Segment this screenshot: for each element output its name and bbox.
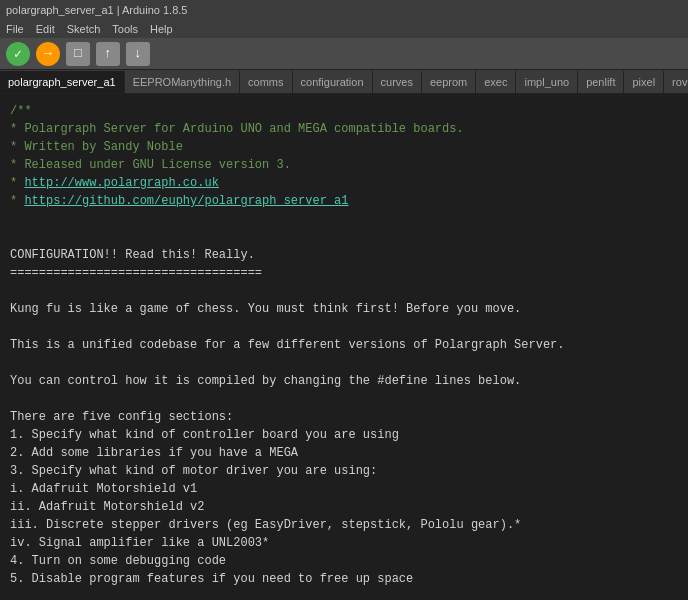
- upload-button[interactable]: →: [36, 42, 60, 66]
- tab-comms[interactable]: comms: [240, 71, 292, 93]
- code-line: iii. Discrete stepper drivers (eg EasyDr…: [10, 516, 678, 534]
- code-line: * Polargraph Server for Arduino UNO and …: [10, 120, 678, 138]
- tab-configuration[interactable]: configuration: [293, 71, 373, 93]
- code-line: You can control how it is compiled by ch…: [10, 372, 678, 390]
- tab-polargraph-server-a1[interactable]: polargraph_server_a1: [0, 71, 125, 93]
- blank-line: [10, 354, 678, 372]
- code-line: There are five config sections:: [10, 408, 678, 426]
- menu-item-sketch[interactable]: Sketch: [67, 23, 101, 35]
- tab-rove[interactable]: rove: [664, 71, 688, 93]
- tab-curves[interactable]: curves: [373, 71, 422, 93]
- code-line: /**: [10, 102, 678, 120]
- toolbar: ✓→□↑↓: [0, 38, 688, 70]
- save-button[interactable]: ↓: [126, 42, 150, 66]
- code-editor: /** * Polargraph Server for Arduino UNO …: [0, 94, 688, 600]
- new-button[interactable]: □: [66, 42, 90, 66]
- code-line: * Written by Sandy Noble: [10, 138, 678, 156]
- verify-button[interactable]: ✓: [6, 42, 30, 66]
- title-bar: polargraph_server_a1 | Arduino 1.8.5: [0, 0, 688, 20]
- code-line: This is a unified codebase for a few dif…: [10, 336, 678, 354]
- code-line: CONFIGURATION!! Read this! Really.: [10, 246, 678, 264]
- code-line: ===================================: [10, 264, 678, 282]
- menu-item-tools[interactable]: Tools: [112, 23, 138, 35]
- code-line: 1. Specify what kind of controller board…: [10, 426, 678, 444]
- tab-exec[interactable]: exec: [476, 71, 516, 93]
- code-line: iv. Signal amplifier like a UNL2003*: [10, 534, 678, 552]
- code-line: 4. Turn on some debugging code: [10, 552, 678, 570]
- menu-item-edit[interactable]: Edit: [36, 23, 55, 35]
- menu-bar: FileEditSketchToolsHelp: [0, 20, 688, 38]
- tab-eeprom[interactable]: eeprom: [422, 71, 476, 93]
- code-line: 2. Add some libraries if you have a MEGA: [10, 444, 678, 462]
- blank-line: [10, 210, 678, 228]
- tabs-bar: polargraph_server_a1EEPROManything.hcomm…: [0, 70, 688, 94]
- title-text: polargraph_server_a1 | Arduino 1.8.5: [6, 4, 187, 16]
- code-comment-part: *: [10, 194, 24, 208]
- open-button[interactable]: ↑: [96, 42, 120, 66]
- blank-line: [10, 390, 678, 408]
- blank-line: [10, 228, 678, 246]
- tab-eepromanything-h[interactable]: EEPROManything.h: [125, 71, 240, 93]
- menu-item-help[interactable]: Help: [150, 23, 173, 35]
- menu-item-file[interactable]: File: [6, 23, 24, 35]
- code-link[interactable]: http://www.polargraph.co.uk: [24, 176, 218, 190]
- code-line: * Released under GNU License version 3.: [10, 156, 678, 174]
- code-line: 3. Specify what kind of motor driver you…: [10, 462, 678, 480]
- blank-line: [10, 588, 678, 600]
- code-line: 5. Disable program features if you need …: [10, 570, 678, 588]
- code-link[interactable]: https://github.com/euphy/polargraph_serv…: [24, 194, 348, 208]
- blank-line: [10, 318, 678, 336]
- code-line: Kung fu is like a game of chess. You mus…: [10, 300, 678, 318]
- code-line: * https://github.com/euphy/polargraph_se…: [10, 192, 678, 210]
- tab-penlift[interactable]: penlift: [578, 71, 624, 93]
- tab-pixel[interactable]: pixel: [624, 71, 664, 93]
- code-line: * http://www.polargraph.co.uk: [10, 174, 678, 192]
- blank-line: [10, 282, 678, 300]
- code-line: ii. Adafruit Motorshield v2: [10, 498, 678, 516]
- code-line: i. Adafruit Motorshield v1: [10, 480, 678, 498]
- tab-impl-uno[interactable]: impl_uno: [516, 71, 578, 93]
- code-comment-part: *: [10, 176, 24, 190]
